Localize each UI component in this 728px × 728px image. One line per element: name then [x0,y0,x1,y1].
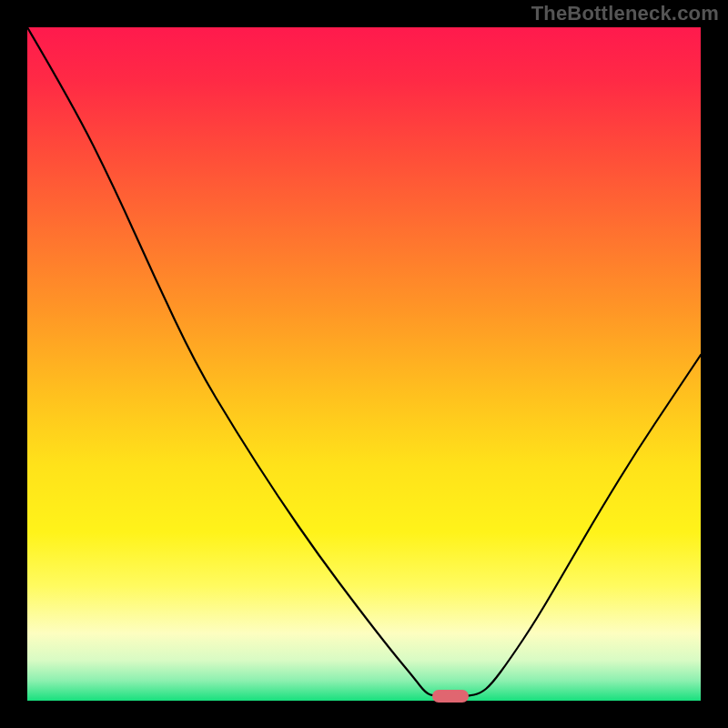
optimum-marker [432,690,469,703]
attribution-text: TheBottleneck.com [531,2,719,25]
chart-frame [27,27,701,701]
heatmap-curve-canvas [27,27,701,701]
